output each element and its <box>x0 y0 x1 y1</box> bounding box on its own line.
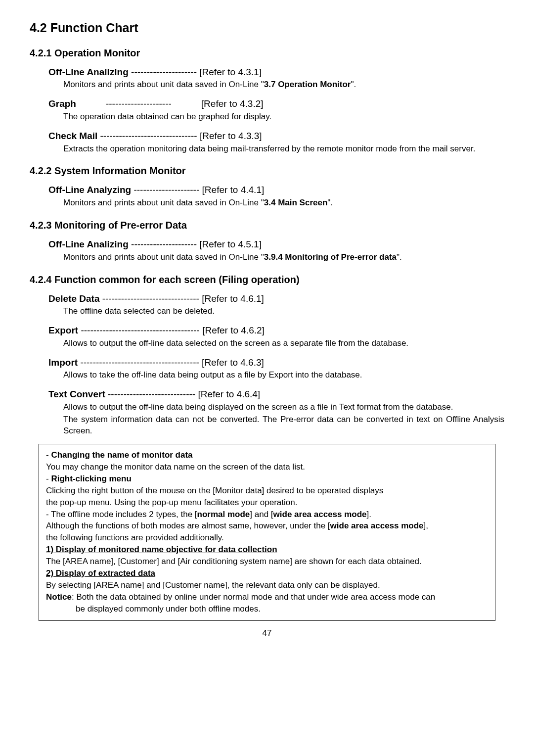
entry-name: Off-Line Analizing <box>48 67 129 77</box>
entry-name: Text Convert <box>48 389 105 399</box>
section-heading: 4.2.2 System Information Monitor <box>30 164 504 178</box>
dashes: --------------------- <box>129 239 199 249</box>
entry-head: Delete Data ----------------------------… <box>48 292 504 305</box>
text: Right-clicking menu <box>51 474 131 483</box>
text: Clicking the right button of the mouse o… <box>46 486 383 495</box>
entry-head: Import ---------------------------------… <box>48 356 504 369</box>
entry-desc: Allows to take the off-line data being o… <box>63 370 504 381</box>
entry-head: Off-Line Analizing ---------------------… <box>48 66 504 79</box>
text: Monitors and prints about unit data save… <box>63 80 264 89</box>
entry: Off-Line Analizing ---------------------… <box>48 66 504 91</box>
entry-ref: [Refer to 4.6.4] <box>198 389 260 399</box>
text: the pop-up menu. Using the pop-up menu f… <box>46 498 297 507</box>
dashes: -------------------------------------- <box>78 325 202 335</box>
text: Allows to take the off-line data being o… <box>63 370 362 379</box>
entry: Check Mail -----------------------------… <box>48 130 504 155</box>
section-heading: 4.2.1 Operation Monitor <box>30 47 504 60</box>
dashes: -------------------------------------- <box>78 357 202 368</box>
entry-ref: [Refer to 4.3.3] <box>200 131 262 141</box>
entry: Import ---------------------------------… <box>48 356 504 381</box>
text: 2) Display of extracted data <box>46 568 155 578</box>
entry-head: Off-Line Analizing ---------------------… <box>48 238 504 251</box>
entry-desc: Extracts the operation monitoring data b… <box>63 143 504 155</box>
text: Monitors and prints about unit data save… <box>63 198 264 207</box>
text: wide area access mode <box>330 521 424 530</box>
dashes: ---------------------------- <box>105 389 198 399</box>
text: 1) Display of monitored name objective f… <box>46 545 277 554</box>
text: You may change the monitor data name on … <box>46 462 305 472</box>
text: By selecting [AREA name] and [Customer n… <box>46 580 380 590</box>
entry-ref: [Refer to 4.6.3] <box>202 357 264 368</box>
text: Although the functions of both modes are… <box>46 521 330 530</box>
section-heading: 4.2.4 Function common for each screen (F… <box>30 273 504 286</box>
text: - The offline mode includes 2 types, the… <box>46 510 197 519</box>
entry-name: Off-Line Analizing <box>48 239 129 249</box>
entry: Off-Line Analyzing ---------------------… <box>48 184 504 209</box>
text: Notice <box>46 592 72 602</box>
entry-desc: Allows to output the off-line data selec… <box>63 338 504 349</box>
text: ]. <box>367 510 371 519</box>
entry-desc: Monitors and prints about unit data save… <box>63 79 504 91</box>
text: be displayed commonly under both offline… <box>76 604 261 614</box>
text: normal mode <box>197 510 250 519</box>
entry-ref: [Refer to 4.3.1] <box>199 67 262 77</box>
text: Monitors and prints about unit data save… <box>63 252 264 262</box>
text: - <box>46 474 51 483</box>
entry-name: Graph <box>48 98 76 109</box>
text: 3.7 Operation Monitor <box>264 80 351 89</box>
entry-ref: [Refer to 4.6.1] <box>202 293 264 304</box>
text: ] and [ <box>250 510 273 519</box>
dashes: ------------------------------- <box>100 293 202 304</box>
entry-desc: Monitors and prints about unit data save… <box>63 252 504 263</box>
page-number: 47 <box>30 628 504 639</box>
entry-head: Check Mail -----------------------------… <box>48 130 504 142</box>
entry-head: Text Convert ---------------------------… <box>48 388 504 401</box>
entry-head: Off-Line Analyzing ---------------------… <box>48 184 504 196</box>
entry-head: Graph---------------------[Refer to 4.3.… <box>48 97 504 110</box>
text: Changing the name of monitor data <box>51 450 192 460</box>
entry-name: Off-Line Analyzing <box>48 185 131 195</box>
text: : Both the data obtained by online under… <box>72 592 435 602</box>
entry-name: Import <box>48 357 78 368</box>
entry: Text Convert ---------------------------… <box>48 388 504 436</box>
dashes: ------------------------------- <box>97 131 200 141</box>
text: ], <box>424 521 428 530</box>
entry-ref: [Refer to 4.6.2] <box>202 325 265 335</box>
text: Allows to output the off-line data selec… <box>63 338 408 348</box>
entry-ref: [Refer to 4.3.2] <box>201 98 264 109</box>
text: The [AREA name], [Customer] and [Air con… <box>46 557 422 566</box>
section-heading: 4.2.3 Monitoring of Pre-error Data <box>30 219 504 232</box>
entry-name: Delete Data <box>48 293 100 304</box>
entry-desc: Monitors and prints about unit data save… <box>63 197 504 209</box>
entry-desc: The system information data can not be c… <box>63 414 504 437</box>
text: ". <box>397 252 402 262</box>
text: ". <box>351 80 356 89</box>
entry: Export ---------------------------------… <box>48 324 504 349</box>
entry-desc: The offline data selected can be deleted… <box>63 306 504 317</box>
entry-ref: [Refer to 4.4.1] <box>202 185 265 195</box>
text: 3.9.4 Monitoring of Pre-error data <box>264 252 397 262</box>
entry-name: Check Mail <box>48 131 97 141</box>
dashes: --------------------- <box>129 67 199 77</box>
info-box: - Changing the name of monitor data You … <box>39 444 495 621</box>
text: - <box>46 450 51 460</box>
entry: Graph---------------------[Refer to 4.3.… <box>48 97 504 123</box>
text: ". <box>327 198 333 207</box>
text: wide area access mode <box>273 510 367 519</box>
entry: Off-Line Analizing ---------------------… <box>48 238 504 263</box>
text: the following functions are provided add… <box>46 533 224 542</box>
entry: Delete Data ----------------------------… <box>48 292 504 318</box>
text: 3.4 Main Screen <box>264 198 328 207</box>
text: The offline data selected can be deleted… <box>63 306 215 316</box>
entry-ref: [Refer to 4.5.1] <box>199 239 262 249</box>
entry-name: Export <box>48 325 78 335</box>
text: Extracts the operation monitoring data b… <box>63 144 475 153</box>
entry-head: Export ---------------------------------… <box>48 324 504 337</box>
entry-desc: The operation data obtained can be graph… <box>63 111 504 123</box>
dashes: --------------------- <box>131 185 202 195</box>
text: The operation data obtained can be graph… <box>63 112 271 121</box>
entry-desc: Allows to output the off-line data being… <box>63 402 504 413</box>
page-title: 4.2 Function Chart <box>30 20 504 37</box>
dashes: --------------------- <box>106 98 172 109</box>
